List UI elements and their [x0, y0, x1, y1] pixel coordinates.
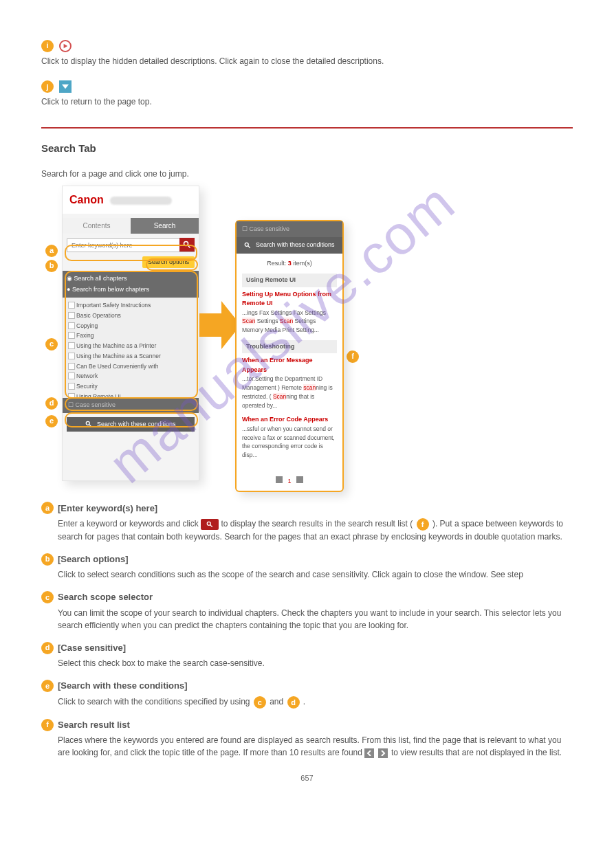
- result-link-2[interactable]: When an Error Message Appears: [242, 356, 337, 375]
- annotation-b-title: [Search options]: [58, 553, 129, 566]
- annotation-b-body: Click to select search conditions such a…: [58, 568, 573, 581]
- pager-prev-icon[interactable]: [276, 476, 283, 483]
- result-case-sensitive[interactable]: ☐ Case sensitive: [237, 221, 342, 238]
- search-tab-diagram: manualslive.com Canon Contents Search Se…: [43, 186, 428, 488]
- svg-line-8: [248, 245, 250, 247]
- diagram-left-panel: Canon Contents Search Search options ◉ S…: [62, 186, 199, 481]
- radio-search-from[interactable]: Search from below chapters: [72, 286, 149, 293]
- search-icon: [201, 519, 219, 530]
- result-snippet-3: ...ssful or when you cannot send or rece…: [242, 425, 337, 460]
- chevron-right-icon: [378, 748, 388, 758]
- annotation-e-body: Click to search with the conditions spec…: [58, 695, 573, 709]
- svg-line-5: [89, 425, 91, 427]
- svg-point-2: [184, 241, 188, 245]
- result-count: Result: 3 item(s): [242, 259, 337, 269]
- result-snippet-2: ...tor.Setting the Department ID Managem…: [242, 375, 337, 410]
- diagram-marker-f: f: [347, 350, 359, 363]
- svg-line-10: [210, 525, 212, 527]
- chapter-list: Important Safety Instructions Basic Oper…: [63, 298, 199, 398]
- radio-search-all[interactable]: Search all chapters: [74, 275, 127, 282]
- brand-logo: Canon: [69, 194, 104, 205]
- svg-point-4: [87, 422, 90, 425]
- case-sensitive-checkbox[interactable]: ☐ Case sensitive: [63, 398, 199, 413]
- return-top-icon: [59, 80, 72, 93]
- marker-i: i: [41, 40, 54, 52]
- diagram-marker-c: c: [45, 338, 58, 350]
- play-circle-icon: [59, 40, 72, 52]
- annotation-d-title: [Case sensitive]: [58, 641, 126, 655]
- chapter-item[interactable]: Security: [67, 381, 195, 392]
- search-options-button[interactable]: Search options: [142, 256, 195, 269]
- chapter-item[interactable]: Important Safety Instructions: [67, 300, 195, 311]
- inline-marker-c: c: [254, 696, 266, 709]
- blurred-model-text: [110, 197, 172, 205]
- tab-search[interactable]: Search: [131, 218, 199, 234]
- svg-marker-6: [199, 301, 241, 349]
- annotation-a-title: [Enter keyword(s) here]: [58, 502, 157, 515]
- chevron-left-icon: [364, 748, 374, 758]
- result-link-1[interactable]: Setting Up Menu Options from Remote UI: [242, 290, 337, 309]
- search-input[interactable]: [67, 238, 195, 252]
- marker-b: b: [41, 553, 54, 566]
- chapter-item[interactable]: Using the Machine as a Printer: [67, 341, 195, 351]
- result-search-button[interactable]: Search with these conditions: [237, 237, 342, 254]
- result-pager: 1: [237, 471, 342, 491]
- annotation-c-title: Search scope selector: [58, 590, 153, 604]
- result-section-1: Using Remote UI: [242, 274, 337, 287]
- result-link-3[interactable]: When an Error Code Appears: [242, 415, 337, 425]
- marker-j: j: [41, 80, 54, 93]
- inline-marker-d: d: [287, 696, 300, 709]
- marker-a: a: [41, 502, 54, 514]
- pager-next-icon[interactable]: [296, 476, 303, 483]
- chapter-item[interactable]: Basic Operations: [67, 311, 195, 321]
- page-number: 657: [41, 772, 573, 784]
- annotation-f-title: Search result list: [58, 718, 130, 732]
- diagram-result-panel: ☐ Case sensitive Search with these condi…: [235, 220, 344, 493]
- chapter-item[interactable]: Can Be Used Conveniently with: [67, 361, 195, 372]
- svg-point-9: [207, 522, 210, 525]
- search-go-button[interactable]: [179, 238, 195, 252]
- annotation-c-body: You can limit the scope of your search t…: [58, 607, 573, 632]
- annotation-e-title: [Search with these conditions]: [58, 679, 188, 693]
- annotation-j-body: Click to return to the page top.: [41, 96, 573, 108]
- inline-marker-f: f: [417, 518, 429, 531]
- marker-c: c: [41, 591, 54, 603]
- annotation-a-body: Enter a keyword or keywords and click to…: [58, 518, 573, 543]
- section-title-search-tab: Search Tab: [41, 141, 573, 157]
- diagram-marker-d: d: [45, 397, 58, 410]
- svg-point-7: [245, 243, 249, 246]
- arrow-icon: [199, 301, 241, 349]
- tab-strip: Contents Search: [63, 218, 199, 234]
- svg-line-3: [188, 245, 190, 247]
- result-snippet-1: ...ings Fax Settings Fax Settings Scan S…: [242, 309, 337, 335]
- chapter-item[interactable]: Faxing: [67, 331, 195, 341]
- marker-e: e: [41, 680, 54, 692]
- section-divider: [41, 127, 573, 129]
- chapter-item[interactable]: Using Remote UI: [67, 392, 195, 398]
- diagram-marker-b: b: [45, 260, 58, 272]
- pager-current: 1: [287, 477, 291, 484]
- annotation-i-body: Click to display the hidden detailed des…: [41, 55, 573, 67]
- svg-marker-0: [63, 43, 67, 47]
- diagram-marker-e: e: [45, 415, 58, 427]
- annotation-f-body: Places where the keywords you entered ar…: [58, 734, 573, 759]
- tab-contents[interactable]: Contents: [63, 218, 131, 234]
- annotation-j-head: j: [41, 80, 573, 93]
- chapter-item[interactable]: Network: [67, 371, 195, 381]
- search-with-conditions-button[interactable]: Search with these conditions: [67, 417, 195, 432]
- chapter-item[interactable]: Using the Machine as a Scanner: [67, 351, 195, 361]
- annotation-d-body: Select this check box to make the search…: [58, 657, 573, 669]
- search-scope-header: ◉ Search all chapters ● Search from belo…: [63, 271, 199, 298]
- marker-d: d: [41, 642, 54, 654]
- chapter-item[interactable]: Copying: [67, 321, 195, 331]
- svg-marker-1: [62, 85, 69, 89]
- diagram-marker-a: a: [45, 245, 58, 257]
- result-section-2: Troubleshooting: [242, 340, 337, 354]
- marker-f: f: [41, 719, 54, 731]
- section-intro: Search for a page and click one to jump.: [41, 168, 573, 180]
- annotation-i-head: i: [41, 38, 573, 52]
